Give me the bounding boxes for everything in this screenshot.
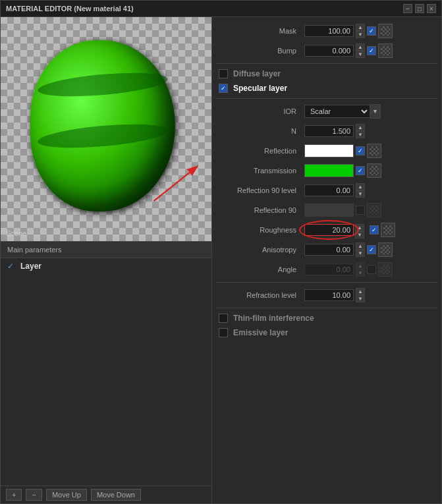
mask-spin-up[interactable]: ▲ (356, 24, 365, 31)
specular-layer-checkbox[interactable] (219, 84, 228, 93)
transmission-row: Transmission (216, 162, 437, 179)
roughness-value-group: ▲ ▼ (304, 223, 437, 237)
divider-4 (216, 308, 437, 308)
angle-spin-up: ▲ (356, 262, 365, 269)
bump-checkbox[interactable] (367, 46, 376, 55)
close-button[interactable]: × (427, 4, 436, 13)
reflection-90-level-value-group: ▲ ▼ (304, 183, 437, 198)
n-row: N ▲ ▼ (216, 123, 437, 140)
roughness-checkbox[interactable] (370, 225, 379, 235)
ior-dropdown-arrow[interactable]: ▼ (370, 104, 381, 119)
mask-input[interactable] (304, 25, 354, 37)
ior-select[interactable]: Scalar (304, 105, 370, 118)
move-down-button[interactable]: Move Down (91, 489, 141, 501)
mask-row: Mask ▲ ▼ (216, 22, 437, 40)
params-footer: + − Move Up Move Down (1, 486, 211, 503)
bump-row: Bump ▲ ▼ (216, 42, 437, 59)
refraction-level-spin-down[interactable]: ▼ (356, 295, 365, 302)
mask-spin-down[interactable]: ▼ (356, 31, 365, 38)
bump-spin-up[interactable]: ▲ (356, 43, 365, 51)
thin-film-checkbox[interactable] (219, 314, 228, 323)
move-up-button[interactable]: Move Up (46, 489, 87, 501)
reflection-90-level-spin-down[interactable]: ▼ (356, 190, 365, 198)
anisotropy-input[interactable] (304, 244, 354, 256)
specular-layer-label: Specular layer (233, 84, 287, 93)
roughness-spin-up[interactable]: ▲ (355, 224, 364, 231)
anisotropy-spin-down[interactable]: ▼ (356, 250, 365, 257)
minimize-button[interactable]: − (403, 4, 412, 13)
anisotropy-texture-btn[interactable] (378, 242, 393, 257)
mask-texture-btn[interactable] (378, 24, 393, 38)
window-title: MATERIAL EDITOR (New material 41) (6, 5, 134, 13)
anisotropy-texture-icon (381, 245, 390, 254)
reflection-90-level-input[interactable] (304, 184, 354, 196)
roughness-label: Roughness (216, 226, 302, 234)
bump-texture-btn[interactable] (378, 43, 393, 58)
refraction-level-input[interactable] (304, 289, 354, 301)
reflection-90-label: Reflection 90 (216, 206, 302, 214)
emissive-layer-checkbox[interactable] (219, 328, 228, 337)
layer-check-icon: ✓ (7, 262, 16, 271)
reflection-90-texture-icon (370, 206, 379, 215)
roughness-input[interactable] (304, 224, 354, 236)
bump-input[interactable] (304, 45, 354, 57)
angle-label: Angle (216, 266, 302, 273)
diffuse-layer-checkbox[interactable] (219, 69, 228, 78)
layer-item-label: Layer (20, 262, 41, 271)
diffuse-layer-label: Diffuse layer (233, 69, 281, 78)
n-spin-down[interactable]: ▼ (356, 131, 365, 138)
divider-3 (216, 282, 437, 283)
reflection-checkbox[interactable] (356, 146, 365, 155)
n-input[interactable] (304, 125, 354, 137)
transmission-texture-icon (370, 166, 379, 175)
transmission-checkbox[interactable] (356, 166, 365, 175)
refraction-level-row: Refraction level ▲ ▼ (216, 287, 437, 304)
n-spinner: ▲ ▼ (356, 124, 365, 138)
transmission-color-swatch[interactable] (304, 164, 354, 177)
preview-area: Scene (1, 17, 211, 241)
remove-button[interactable]: − (26, 489, 41, 501)
transmission-texture-btn[interactable] (367, 163, 381, 178)
angle-value-group: ▲ ▼ (304, 262, 437, 277)
left-panel: Scene Main parameters ✓ Layer + − Move U… (1, 17, 211, 503)
n-value-group: ▲ ▼ (304, 124, 437, 138)
anisotropy-label: Anisotropy (216, 246, 302, 254)
refraction-level-value-group: ▲ ▼ (304, 288, 437, 302)
reflection-90-row: Reflection 90 (216, 202, 437, 219)
bump-spinner: ▲ ▼ (356, 43, 365, 58)
roughness-texture-btn[interactable] (381, 223, 395, 237)
mask-checkbox[interactable] (367, 26, 376, 36)
roughness-spinner: ▲ ▼ (355, 224, 364, 238)
refraction-level-label: Refraction level (216, 291, 302, 299)
n-spin-up[interactable]: ▲ (356, 124, 365, 131)
bump-value-group: ▲ ▼ (304, 43, 437, 58)
roughness-highlight: ▲ ▼ (304, 224, 354, 236)
anisotropy-spin-up[interactable]: ▲ (356, 242, 365, 250)
diffuse-layer-row: Diffuse layer (216, 68, 437, 80)
reflection-texture-btn[interactable] (367, 144, 381, 158)
anisotropy-checkbox[interactable] (367, 245, 376, 254)
maximize-button[interactable]: □ (415, 4, 424, 13)
parameters-panel: Main parameters ✓ Layer + − Move Up Move… (1, 241, 211, 503)
emissive-layer-label: Emissive layer (233, 328, 288, 337)
reflection-90-color-swatch (304, 204, 354, 217)
angle-spin-down: ▼ (356, 269, 365, 277)
refraction-level-spin-up[interactable]: ▲ (356, 288, 365, 295)
add-button[interactable]: + (6, 489, 22, 501)
bump-spin-down[interactable]: ▼ (356, 51, 365, 58)
anisotropy-value-group: ▲ ▼ (304, 242, 437, 257)
reflection-color-swatch[interactable] (304, 144, 354, 157)
anisotropy-row: Anisotropy ▲ ▼ (216, 241, 437, 258)
params-header: Main parameters (1, 242, 211, 258)
roughness-texture-icon (383, 225, 393, 235)
roughness-spin-down[interactable]: ▼ (355, 231, 364, 238)
reflection-90-level-spin-up[interactable]: ▲ (356, 183, 365, 190)
reflection-label: Reflection (216, 147, 302, 155)
emissive-layer-row: Emissive layer (216, 327, 437, 339)
arrow-annotation (146, 165, 205, 208)
anisotropy-spinner: ▲ ▼ (356, 242, 365, 257)
bump-label: Bump (216, 47, 302, 55)
thin-film-row: Thin-film interference (216, 312, 437, 324)
layer-item[interactable]: ✓ Layer (1, 258, 211, 274)
reflection-row: Reflection (216, 142, 437, 159)
